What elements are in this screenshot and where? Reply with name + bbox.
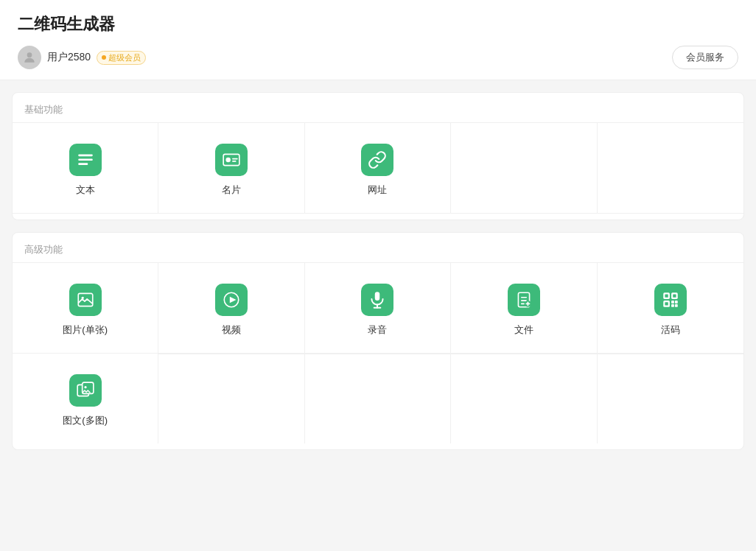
advanced-section-title: 高级功能 [13, 233, 743, 262]
svg-rect-33 [82, 382, 93, 393]
advanced-grid-row2: 图文(多图) [13, 354, 743, 443]
user-row: 用户2580 超级会员 会员服务 [18, 46, 738, 69]
image-multi-icon [76, 381, 95, 400]
badge-dot [102, 55, 106, 60]
adv-item-audio-label: 录音 [368, 323, 387, 337]
live-icon-box [654, 284, 687, 316]
adv-item-image-multi-label: 图文(多图) [63, 414, 108, 427]
basic-grid: 文本 名片 [13, 122, 743, 214]
svg-rect-7 [232, 161, 236, 162]
basic-item-text[interactable]: 文本 [13, 123, 158, 214]
adv-empty-4 [451, 354, 597, 443]
svg-rect-31 [665, 302, 668, 305]
svg-rect-29 [665, 294, 668, 297]
svg-rect-12 [375, 292, 380, 301]
image-icon [76, 290, 95, 309]
svg-rect-3 [78, 163, 88, 165]
svg-rect-30 [673, 294, 676, 297]
advanced-grid-row1: 图片(单张) 视频 [13, 262, 743, 354]
svg-rect-26 [675, 301, 678, 303]
empty-cell-1 [451, 123, 597, 214]
adv-empty-3 [305, 354, 451, 443]
adv-item-image-single-label: 图片(单张) [63, 323, 108, 337]
live-icon [661, 290, 680, 309]
adv-item-video[interactable]: 视频 [158, 263, 304, 354]
svg-rect-28 [675, 304, 678, 307]
adv-empty-5 [598, 354, 743, 443]
adv-item-video-label: 视频 [222, 323, 241, 337]
basic-item-card-label: 名片 [222, 183, 241, 197]
image-icon-box [69, 284, 102, 316]
svg-point-0 [27, 52, 32, 57]
adv-item-live-label: 活码 [661, 323, 680, 337]
username-label: 用户2580 [47, 51, 91, 64]
svg-rect-4 [223, 154, 239, 165]
adv-item-live[interactable]: 活码 [598, 263, 743, 354]
file-icon [514, 290, 533, 309]
vip-badge: 超级会员 [97, 51, 146, 65]
avatar-icon [22, 50, 37, 65]
card-icon [222, 150, 241, 169]
svg-rect-6 [232, 158, 238, 160]
svg-point-5 [226, 158, 231, 163]
adv-empty-2 [158, 354, 304, 443]
image-multi-icon-box [69, 374, 102, 407]
link-icon [368, 150, 387, 169]
basic-item-card[interactable]: 名片 [158, 123, 304, 214]
video-icon [222, 290, 241, 309]
adv-item-image-multi[interactable]: 图文(多图) [13, 354, 158, 443]
file-icon-box [508, 284, 540, 316]
svg-marker-11 [230, 297, 237, 303]
adv-item-file[interactable]: 文件 [451, 263, 597, 354]
app-container: 二维码生成器 用户2580 超级会员 会员服务 基础功能 [0, 0, 756, 551]
card-icon-box [215, 144, 248, 176]
video-icon-box [215, 284, 248, 316]
svg-rect-25 [671, 301, 674, 303]
vip-service-button[interactable]: 会员服务 [672, 46, 738, 69]
text-icon [76, 150, 95, 169]
header: 二维码生成器 用户2580 超级会员 会员服务 [0, 0, 756, 80]
mic-icon-box [361, 284, 393, 316]
adv-item-file-label: 文件 [514, 323, 533, 337]
user-info: 用户2580 超级会员 [18, 46, 146, 69]
svg-rect-2 [78, 158, 93, 161]
text-icon-box [69, 144, 102, 176]
empty-cell-2 [598, 123, 743, 214]
basic-section-title: 基础功能 [13, 93, 743, 122]
avatar [18, 46, 41, 69]
basic-item-url-label: 网址 [368, 183, 387, 197]
adv-item-image-single[interactable]: 图片(单张) [13, 263, 158, 354]
basic-item-url[interactable]: 网址 [305, 123, 451, 214]
adv-item-audio[interactable]: 录音 [305, 263, 451, 354]
app-title: 二维码生成器 [18, 13, 738, 35]
svg-rect-1 [78, 154, 93, 156]
link-icon-box [361, 144, 393, 176]
mic-icon [368, 290, 387, 309]
svg-point-34 [84, 386, 86, 388]
svg-rect-27 [671, 304, 674, 307]
advanced-section: 高级功能 图片(单张) [12, 232, 744, 450]
basic-section: 基础功能 文本 [12, 92, 744, 220]
basic-item-text-label: 文本 [76, 183, 95, 197]
